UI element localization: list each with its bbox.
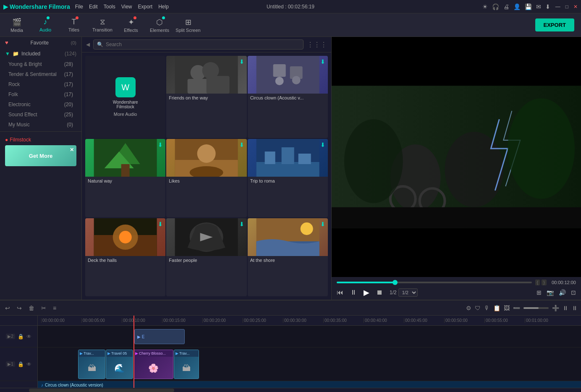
video-clip-travel3[interactable]: ▶ Trav... 🏔 (174, 350, 199, 379)
track2-eye-icon[interactable]: 👁 (26, 334, 31, 340)
likes-download-icon[interactable]: ⬇ (239, 141, 244, 148)
track1-lock-icon[interactable]: 🔒 (18, 361, 24, 367)
video-clip-travel1[interactable]: ▶ Trav... 🏔 (78, 350, 105, 379)
zoom-out-icon[interactable]: ➖ (513, 305, 520, 311)
zoom-slider[interactable] (523, 307, 549, 309)
adjust-button[interactable]: ≡ (51, 303, 58, 313)
save-icon[interactable]: 💾 (525, 3, 532, 10)
dot-icon: ● (5, 137, 8, 143)
trip-card[interactable]: ⬇ Trip to roma (248, 139, 328, 217)
ruler-mark-10: 00:00:50:00 (444, 318, 484, 323)
sidebar-item-my-music[interactable]: My Music (0) (0, 120, 81, 130)
banner-close-button[interactable]: ✕ (70, 147, 74, 153)
natural-download-icon[interactable]: ⬇ (158, 141, 163, 148)
menu-tools[interactable]: Tools (104, 4, 115, 10)
render-icon[interactable]: ⚙ (466, 305, 471, 311)
maximize-button[interactable]: □ (565, 4, 568, 10)
menu-help[interactable]: Help (158, 4, 169, 10)
sidebar-item-favorite[interactable]: ♥ Favorite (0) (0, 37, 81, 48)
play-button[interactable]: ▶ (364, 288, 369, 297)
transition-button[interactable]: ⧖ Transition (89, 15, 116, 35)
shore-download-icon[interactable]: ⬇ (320, 221, 325, 227)
circus-download-icon[interactable]: ⬇ (320, 58, 325, 65)
zoom-fill (523, 307, 539, 309)
sidebar-item-electronic[interactable]: Electronic (20) (0, 99, 81, 110)
undo-button[interactable]: ↩ (3, 303, 12, 313)
fit-icon[interactable]: ⏸ (563, 305, 568, 311)
circus-card[interactable]: ⬇ Circus clown (Acoustic v... (248, 56, 328, 138)
deck-download-icon[interactable]: ⬇ (158, 221, 163, 227)
menu-export[interactable]: Export (138, 4, 153, 10)
grid-toggle-button[interactable]: ⋮⋮⋮ (307, 41, 327, 49)
image-icon[interactable]: 🖼 (504, 305, 510, 311)
collapse-button[interactable]: ◀ (86, 42, 90, 47)
cut-button[interactable]: ✂ (39, 303, 48, 313)
headphones-icon[interactable]: 🎧 (492, 3, 499, 10)
step-back-button[interactable]: ⏸ (350, 289, 357, 296)
friends-card[interactable]: ⬇ Friends on the way (166, 56, 246, 138)
volume-icon[interactable]: 🔊 (559, 289, 566, 296)
progress-bar[interactable] (337, 282, 532, 283)
export-button[interactable]: EXPORT (535, 18, 574, 31)
timeline-scrollbar[interactable] (0, 388, 581, 392)
settings-icon[interactable]: ☀ (482, 3, 488, 10)
menu-edit[interactable]: Edit (89, 4, 98, 10)
elements-button[interactable]: ⬡ Elements (146, 15, 173, 35)
rewind-button[interactable]: ⏮ (337, 289, 343, 296)
mic-icon[interactable]: 🎙 (484, 305, 490, 311)
track2-lock-icon[interactable]: 🔒 (18, 334, 24, 340)
more-audio-card[interactable]: W WondershareFilmstock More Audio (85, 56, 165, 138)
sidebar-item-rock[interactable]: Rock (17) (0, 79, 81, 89)
timeline-scrollbar-thumb[interactable] (29, 389, 174, 392)
zoom-in-icon[interactable]: ➕ (552, 305, 559, 311)
resize-icon[interactable]: ⊡ (571, 289, 576, 296)
faster-download-icon[interactable]: ⬇ (239, 221, 244, 227)
stop-button[interactable]: ⏹ (376, 289, 383, 296)
fullscreen-icon[interactable]: ⊞ (537, 289, 542, 296)
faster-card[interactable]: ⬇ Faster people (166, 218, 246, 296)
video-clip-cherry[interactable]: ▶ Cherry Blosso... 🌸 (133, 350, 173, 379)
sidebar-item-young-bright[interactable]: Young & Bright (28) (0, 59, 81, 69)
shore-card[interactable]: ⬇ At the shore (248, 218, 328, 296)
likes-card[interactable]: ⬇ Likes (166, 139, 246, 217)
email-icon[interactable]: ✉ (536, 3, 541, 10)
natural-card[interactable]: ⬇ Natural way (85, 139, 165, 217)
delete-button[interactable]: 🗑 (27, 303, 36, 313)
minimize-button[interactable]: — (555, 4, 560, 10)
redo-button[interactable]: ↪ (15, 303, 24, 313)
sound-effect-label: Sound Effect (8, 112, 37, 118)
print-icon[interactable]: 🖨 (503, 3, 509, 10)
friends-download-icon[interactable]: ⬇ (239, 58, 244, 65)
pause-icon[interactable]: ⏸ (572, 305, 578, 311)
sidebar-item-included[interactable]: ▼ 📁 Included (124) (0, 48, 81, 59)
shield-icon[interactable]: 🛡 (475, 305, 481, 311)
splitscreen-button[interactable]: ⊞ Split Screen (175, 15, 202, 35)
get-more-banner[interactable]: Get More ✕ (5, 145, 76, 166)
close-button[interactable]: ✕ (573, 4, 578, 10)
clipboard-icon[interactable]: 📋 (493, 305, 500, 311)
snapshot-icon[interactable]: 📷 (547, 289, 554, 296)
sidebar-item-folk[interactable]: Folk (17) (0, 89, 81, 99)
trip-download-icon[interactable]: ⬇ (320, 141, 325, 148)
media-button[interactable]: 🎬 Media (3, 15, 30, 35)
my-music-label: My Music (8, 122, 30, 128)
user-icon[interactable]: 👤 (513, 3, 521, 10)
folder-icon: 📁 (13, 51, 19, 57)
video-clip-travel2[interactable]: ▶ Travel 05 🌊 (106, 350, 133, 379)
titles-button[interactable]: T Titles (60, 15, 87, 35)
timeline-right-tools: ⚙ 🛡 🎙 📋 🖼 ➖ ➕ ⏸ ⏸ (466, 305, 578, 311)
young-bright-count: (28) (64, 61, 73, 67)
audio-button[interactable]: ♪ Audio (32, 15, 59, 35)
title-clip[interactable]: ▶ E (134, 329, 185, 344)
track1-eye-icon[interactable]: 👁 (26, 361, 31, 367)
effects-button[interactable]: ✦ Effects (118, 15, 144, 35)
sidebar-item-sound-effect[interactable]: Sound Effect (25) (0, 110, 81, 120)
search-input[interactable] (106, 42, 300, 47)
page-select[interactable]: 1/2 (398, 288, 418, 297)
deck-card[interactable]: ⬇ Deck the halls (85, 218, 165, 296)
playhead[interactable]: ✂ (133, 316, 134, 388)
download-icon[interactable]: ⬇ (545, 3, 550, 10)
sidebar-item-tender[interactable]: Tender & Sentimental (17) (0, 69, 81, 79)
menu-file[interactable]: File (75, 4, 83, 10)
menu-view[interactable]: View (121, 4, 132, 10)
